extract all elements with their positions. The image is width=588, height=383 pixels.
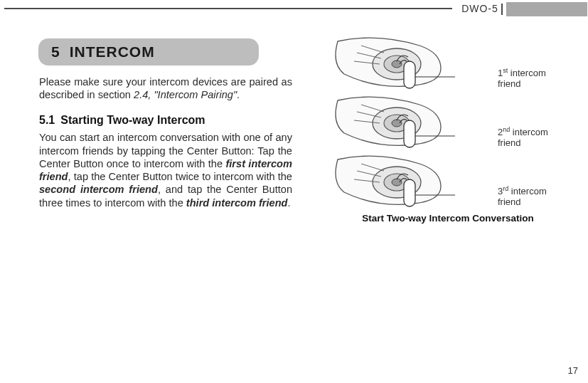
figure-row-3: 3rd intercom friend	[334, 154, 562, 210]
body-text: .	[288, 197, 291, 209]
header-separator	[501, 4, 503, 15]
header-rule	[4, 8, 452, 9]
figure-column: 1st intercom friend 2nd intercom friend	[334, 36, 562, 224]
figure-row-2: 2nd intercom friend	[334, 95, 562, 151]
figure-row-1: 1st intercom friend	[334, 36, 562, 92]
chapter-heading: 5 INTERCOM	[38, 38, 259, 65]
chapter-title: INTERCOM	[70, 43, 155, 61]
svg-point-18	[392, 179, 402, 186]
header-accent-block	[506, 2, 587, 16]
svg-point-10	[392, 120, 402, 127]
intro-paragraph: Please make sure your intercom devices a…	[39, 75, 292, 101]
figure-label-3: 3rd intercom friend	[498, 185, 562, 207]
section-number: 5.1	[39, 114, 55, 126]
figure-label-1: 1st intercom friend	[498, 67, 562, 89]
intro-text-end: .	[237, 89, 240, 100]
device-tap-illustration	[334, 36, 455, 92]
chapter-number: 5	[51, 43, 60, 61]
figure-label-2: 2nd intercom friend	[498, 126, 562, 148]
emphasis-second-friend: second intercom friend	[39, 184, 158, 195]
emphasis-third-friend: third intercom friend	[186, 197, 288, 209]
device-tap-illustration	[334, 154, 455, 210]
product-name: DWO-5	[455, 0, 505, 17]
page-number: 17	[568, 365, 578, 376]
svg-rect-6	[404, 61, 415, 88]
ordinal-suffix: nd	[503, 126, 510, 133]
device-tap-illustration	[334, 95, 455, 151]
left-text-column: Please make sure your intercom devices a…	[39, 75, 292, 209]
intro-reference: 2.4, "Intercom Pairing"	[134, 89, 237, 100]
svg-point-2	[392, 61, 402, 68]
svg-rect-14	[404, 120, 415, 147]
body-text: , tap the Center Button twice to interco…	[68, 171, 292, 182]
figure-caption: Start Two-way Intercom Conversation	[334, 213, 562, 224]
section-heading: 5.1Starting Two-way Intercom	[39, 114, 292, 127]
body-paragraph: You can start an intercom conversation w…	[39, 131, 292, 209]
manual-page: DWO-5 5 INTERCOM Please make sure your i…	[0, 0, 588, 383]
section-title: Starting Two-way Intercom	[60, 114, 205, 126]
svg-rect-22	[404, 179, 415, 206]
page-header: DWO-5	[0, 0, 588, 17]
